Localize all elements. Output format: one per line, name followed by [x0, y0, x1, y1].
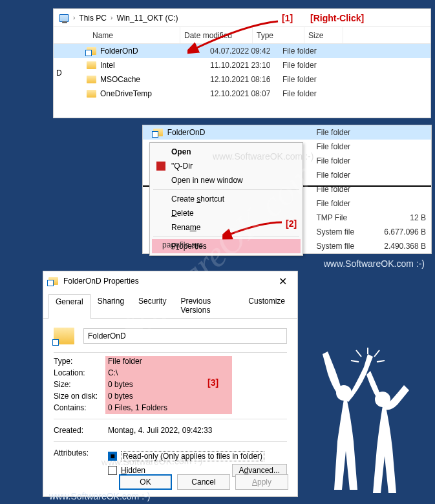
crumb-drive[interactable]: Win_11_OKT (C:)	[116, 14, 178, 23]
cell-type: File folder	[316, 156, 375, 165]
label-readonly: Read-only (Only applies to files in fold…	[121, 451, 264, 461]
col-name[interactable]: Name	[59, 27, 180, 43]
annotation-1-text: [Right-Click]	[310, 13, 364, 23]
menu-create-shortcut[interactable]: Create shortcut	[152, 192, 301, 206]
value-created: Montag, 4. Juli 2022, 09:42:33	[108, 426, 287, 435]
cell-date: 12.10.2021 08:16	[210, 75, 282, 84]
chevron-right-icon: ›	[109, 14, 114, 21]
drive-letter-fragment: D	[56, 68, 62, 78]
cell-name: FolderOnD	[165, 128, 317, 137]
cell-date: 12.10.2021 08:07	[210, 89, 282, 98]
cell-name: Intel	[98, 61, 210, 70]
cell-type: File folder	[316, 171, 375, 180]
label-created: Created:	[54, 426, 108, 435]
label-location: Location:	[54, 368, 108, 377]
chevron-right-icon: ›	[72, 14, 76, 21]
value-location: C:\	[108, 368, 287, 377]
cell-size: 2.490.368 B	[375, 242, 426, 251]
folder-icon	[152, 129, 165, 136]
titlebar[interactable]: FolderOnD Properties ✕	[43, 271, 297, 291]
cell-type: File folder	[316, 142, 375, 151]
value-contains: 0 Files, 1 Folders	[108, 403, 287, 412]
label-contains: Contains:	[54, 403, 108, 412]
annotation-2: [2]	[286, 218, 297, 229]
explorer-window-context: FolderOnDFile folderFile folderFile fold…	[142, 125, 432, 254]
cell-type: File folder	[282, 75, 341, 84]
tab-general[interactable]: General	[48, 294, 90, 319]
thispc-icon	[59, 14, 69, 22]
crumb-thispc[interactable]: This PC	[79, 14, 107, 23]
watermark-outer-2: www.SoftwareOK.com :-)	[49, 491, 150, 501]
divider	[54, 441, 287, 442]
watermark-outer-1: www.SoftwareOK.com :-)	[324, 258, 425, 269]
annotation-3: [3]	[207, 377, 218, 388]
value-sizeondisk: 0 bytes	[108, 392, 287, 401]
menu-open-new-window[interactable]: Open in new window	[152, 173, 301, 187]
tab-previous-versions[interactable]: Previous Versions	[173, 293, 241, 318]
cell-name: OneDriveTemp	[98, 89, 210, 98]
folder-icon	[85, 90, 98, 98]
cell-size: 12 B	[375, 213, 426, 222]
properties-dialog: FolderOnD Properties ✕ General Sharing S…	[43, 271, 298, 497]
value-type: File folder	[108, 357, 287, 366]
checkbox-readonly[interactable]: ■	[108, 452, 117, 461]
arrow-1-icon	[187, 18, 284, 57]
cell-type: System file	[316, 227, 375, 236]
col-size[interactable]: Size	[304, 27, 343, 43]
table-row[interactable]: MSOCache12.10.2021 08:16File folder	[54, 72, 430, 87]
ok-button[interactable]: OK	[119, 474, 172, 490]
cell-type: File folder	[316, 128, 375, 137]
dialog-title: FolderOnD Properties	[63, 277, 139, 286]
menu-separator	[153, 189, 299, 190]
divider	[54, 352, 287, 353]
folder-icon	[85, 76, 98, 83]
folder-shortcut-icon	[48, 277, 58, 285]
folder-icon	[85, 47, 98, 55]
cell-name: MSOCache	[98, 75, 210, 84]
arrow-2-icon	[222, 218, 287, 240]
cell-type: System file	[316, 242, 375, 251]
folder-icon	[85, 61, 98, 69]
value-size: 0 bytes	[108, 380, 287, 389]
cancel-button[interactable]: Cancel	[177, 474, 230, 490]
cell-type: File folder	[282, 61, 341, 70]
cell-date: 11.10.2021 23:10	[210, 61, 282, 70]
label-size: Size:	[54, 380, 108, 389]
svg-line-3	[356, 350, 361, 357]
cell-type: TMP File	[316, 213, 375, 222]
label-sizeondisk: Size on disk:	[54, 392, 108, 401]
svg-line-5	[351, 361, 359, 362]
label-attributes: Attributes:	[54, 448, 99, 457]
table-row[interactable]: OneDriveTemp12.10.2021 08:07File folder	[54, 87, 430, 101]
table-row[interactable]: FolderOnDFile folder	[143, 125, 431, 140]
folder-name-input[interactable]	[83, 328, 287, 344]
menu-qdir[interactable]: "Q-Dir	[152, 159, 301, 173]
qdir-icon	[156, 162, 166, 171]
cell-type: File folder	[282, 89, 341, 98]
cell-size: 6.677.096 B	[375, 227, 426, 236]
menu-open[interactable]: Open	[152, 145, 301, 159]
cell-type: File folder	[282, 47, 341, 56]
apply-button[interactable]: Apply	[235, 474, 288, 490]
cell-type: File folder	[316, 199, 375, 208]
table-row[interactable]: Intel11.10.2021 23:10File folder	[54, 58, 430, 72]
tab-sharing[interactable]: Sharing	[90, 293, 131, 318]
svg-line-6	[377, 361, 385, 362]
label-hidden: Hidden	[121, 466, 145, 475]
tab-bar: General Sharing Security Previous Versio…	[43, 293, 297, 319]
close-button[interactable]: ✕	[273, 275, 292, 288]
silhouette-highfive-icon	[308, 348, 418, 496]
folder-large-icon	[54, 328, 74, 344]
tab-customize[interactable]: Customize	[241, 293, 292, 318]
tab-security[interactable]: Security	[131, 293, 173, 318]
pagefile-label: pagefile.sys	[162, 240, 203, 249]
checkbox-hidden[interactable]	[108, 466, 117, 475]
svg-line-4	[374, 350, 379, 357]
label-type: Type:	[54, 357, 108, 366]
divider	[54, 419, 287, 419]
